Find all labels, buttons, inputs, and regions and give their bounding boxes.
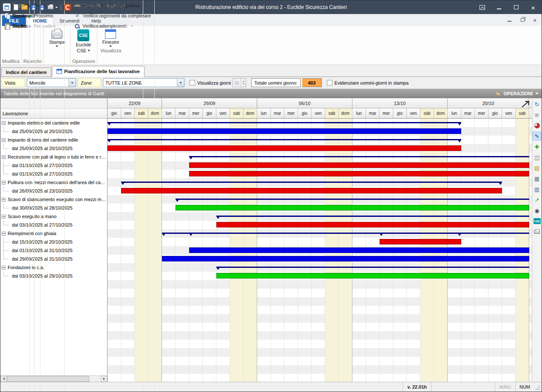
day-header-cell: lun: [162, 108, 176, 118]
summary-start-marker: [216, 267, 220, 270]
refresh-icon[interactable]: ↻: [533, 100, 541, 108]
tab-indice-del-cantiere[interactable]: Indice del cantiere: [1, 67, 51, 77]
giorni-spinner[interactable]: 31: [233, 78, 246, 87]
day-header-cell: sab: [230, 108, 244, 118]
summary-start-marker: [189, 233, 193, 236]
collapse-icon[interactable]: [2, 121, 6, 125]
importa-dati-button[interactable]: Importa dati da altra pratica: [72, 0, 143, 11]
collapse-icon[interactable]: [2, 181, 6, 185]
app-menu-button[interactable]: [3, 3, 11, 11]
day-header-cell: gio: [203, 108, 216, 118]
prossimo-label: Prossimo: [34, 13, 53, 18]
giorni-value: 31: [233, 80, 241, 85]
gantt-bar[interactable]: [108, 128, 461, 134]
visualizza-elenchi-button[interactable]: Visualizza elenchi: [72, 11, 143, 21]
summary-line: [216, 267, 529, 268]
day-column: [108, 119, 121, 382]
archive-icon[interactable]: ▤: [533, 164, 541, 172]
save-as-button[interactable]: [39, 5, 45, 10]
gantt-edit-icon[interactable]: ✎: [533, 132, 541, 140]
report-icon[interactable]: ▥: [533, 185, 541, 193]
paste-icon: [4, 23, 11, 29]
gantt-bar[interactable]: [216, 273, 529, 278]
gantt-legend-icon[interactable]: ≡: [533, 111, 541, 119]
summary-start-marker: [176, 199, 179, 202]
evidenziare-checkbox[interactable]: Evidenziare uomini-giorni in stampa: [327, 80, 409, 85]
cse-icon[interactable]: CSE: [533, 217, 541, 225]
collapse-icon[interactable]: [2, 138, 6, 142]
operazioni-menu-button[interactable]: OPERAZIONI: [495, 91, 539, 97]
gantt-bar[interactable]: [216, 222, 529, 227]
day-column: [148, 119, 162, 382]
collapse-icon[interactable]: [2, 266, 6, 270]
horizontal-scrollbar[interactable]: [0, 375, 107, 382]
gantt-bar[interactable]: [189, 247, 529, 253]
minimize-button[interactable]: [496, 4, 502, 11]
export-icon[interactable]: ↗: [533, 196, 541, 204]
table-icon[interactable]: ▦: [533, 174, 541, 183]
scrollbar-track[interactable]: [7, 376, 101, 382]
add-phase-icon[interactable]: ✚: [533, 142, 541, 151]
pie-chart-icon[interactable]: [533, 121, 541, 130]
scroll-to-end-icon[interactable]: [521, 99, 531, 108]
printer-glyph: [534, 230, 540, 234]
print-icon: [48, 5, 54, 9]
collapse-icon[interactable]: [2, 155, 6, 159]
euclide-app-button[interactable]: [64, 4, 71, 11]
summary-start-marker: [108, 123, 111, 125]
summary-line: [176, 199, 529, 200]
gantt-bar[interactable]: [176, 205, 529, 210]
new-document-button[interactable]: [14, 4, 18, 10]
maximize-button[interactable]: [513, 4, 519, 11]
summary-line: [108, 139, 461, 140]
spinner-arrows-icon: [241, 79, 246, 87]
ricerche-columns: Trova ... Prossimo Per codice ...: [23, 28, 42, 58]
close-button[interactable]: [530, 4, 536, 11]
print-icon[interactable]: [533, 227, 541, 236]
print-button[interactable]: [48, 5, 58, 9]
tree-connector-icon: [2, 246, 12, 255]
ribbon-options-button[interactable]: [479, 4, 485, 11]
summary-end-marker: [499, 182, 502, 185]
prossimo-button[interactable]: Prossimo: [23, 11, 64, 21]
summary-line: [189, 156, 529, 157]
gantt-bar[interactable]: [162, 256, 529, 261]
lists-icon: [74, 13, 81, 19]
find-by-code-icon: [25, 23, 32, 29]
print-dropdown-icon: [55, 7, 58, 8]
save-button[interactable]: [31, 5, 36, 10]
mdi-close-button[interactable]: [532, 17, 537, 22]
tree-connector-icon: [2, 127, 12, 136]
scrollbar-thumb[interactable]: [7, 376, 89, 382]
day-header-cell: ven: [216, 108, 230, 118]
day-header-cell: dom: [339, 108, 352, 118]
web-icon[interactable]: ◉: [533, 206, 541, 215]
resize-grip-icon[interactable]: [534, 382, 542, 392]
split-view-icon[interactable]: ◫: [533, 153, 541, 162]
day-header-cell: lun: [352, 108, 366, 118]
zone-dropdown-icon: [177, 79, 184, 87]
tab-pianificazione-fasi[interactable]: Pianificazione delle fasi lavorative: [52, 66, 145, 77]
mdi-restore-button[interactable]: [519, 17, 525, 22]
collapse-icon[interactable]: [2, 215, 6, 219]
summary-end-marker: [458, 233, 461, 236]
mdi-restore-icon: [521, 18, 525, 22]
operazioni-dropdown-icon: [535, 93, 539, 94]
visualizza-giorni-checkbox[interactable]: Visualizza giorni: [190, 80, 231, 85]
collapse-icon[interactable]: [2, 232, 6, 236]
gantt-tab-icon: [57, 69, 62, 74]
summary-end-marker: [458, 140, 461, 142]
day-header-cell: mer: [284, 108, 298, 118]
close-icon: [531, 3, 535, 11]
gantt-bar[interactable]: [121, 188, 502, 193]
day-header-cell: mer: [475, 108, 488, 118]
icon-glyph: ≡: [535, 112, 539, 118]
mdi-minimize-button[interactable]: [507, 17, 512, 22]
collapse-icon[interactable]: [2, 198, 6, 202]
gantt-bar[interactable]: [189, 171, 529, 176]
day-header-cell: ven: [502, 108, 516, 118]
gantt-bar[interactable]: [108, 145, 461, 151]
open-button[interactable]: [21, 5, 28, 10]
gantt-bar[interactable]: [189, 162, 529, 168]
gantt-bar[interactable]: [380, 239, 461, 244]
